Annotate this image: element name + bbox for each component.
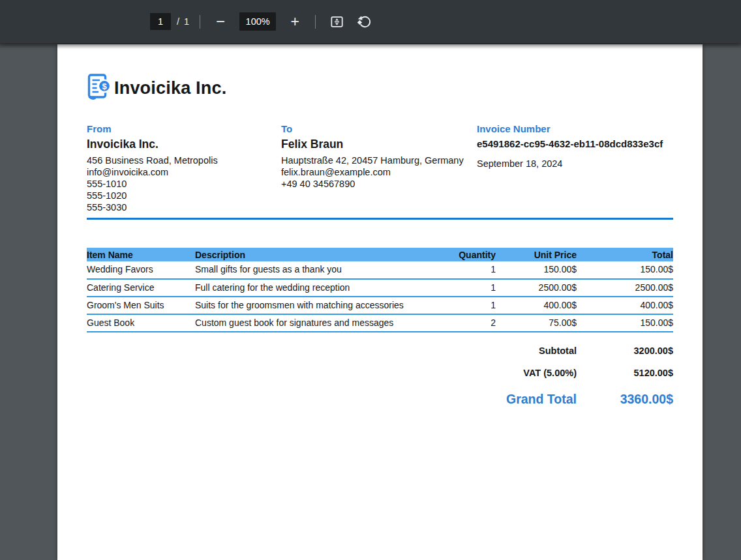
zoom-in-button[interactable]: + — [285, 13, 305, 31]
to-email: felix.braun@example.com — [281, 166, 477, 178]
cell-item-name: Guest Book — [87, 314, 195, 332]
pdf-page: $ Invoicika Inc. From Invoicika Inc. 456… — [57, 44, 703, 560]
cell-description: Full catering for the wedding reception — [195, 279, 431, 297]
table-row: Guest Book Custom guest book for signatu… — [87, 314, 673, 332]
invoice-number-label: Invoice Number — [477, 123, 673, 134]
page-total: 1 — [184, 16, 189, 27]
vat-row: VAT (5.00%) 5120.00$ — [87, 362, 673, 384]
header-unit-price: Unit Price — [496, 248, 577, 261]
section-divider-rule — [87, 218, 673, 220]
cell-unit-price: 400.00$ — [496, 297, 577, 314]
cell-quantity: 1 — [431, 261, 496, 279]
vat-value: 5120.00$ — [577, 368, 673, 378]
header-item-name: Item Name — [87, 248, 195, 261]
company-title: Invoicika Inc. — [114, 78, 226, 98]
invoice-header: $ Invoicika Inc. — [57, 44, 703, 103]
cell-item-name: Groom's Men Suits — [87, 297, 195, 314]
invoice-parties: From Invoicika Inc. 456 Business Road, M… — [57, 123, 703, 213]
from-email: info@invoicika.com — [87, 166, 281, 178]
cell-unit-price: 75.00$ — [496, 314, 577, 332]
invoice-number-value: e5491862-cc95-4632-eb11-08dcd833e3cf — [477, 138, 673, 150]
cell-total: 150.00$ — [577, 261, 673, 279]
from-phone: 555-1020 — [87, 190, 281, 201]
cell-unit-price: 150.00$ — [496, 261, 577, 279]
cell-quantity: 1 — [431, 279, 496, 297]
zoom-out-button[interactable]: − — [211, 12, 230, 31]
from-phone: 555-1010 — [87, 178, 281, 190]
pdf-toolbar: / 1 − + — [0, 0, 741, 43]
cell-item-name: Catering Service — [87, 279, 195, 297]
to-name: Felix Braun — [281, 138, 477, 151]
table-row: Catering Service Full catering for the w… — [87, 279, 673, 297]
page-separator: / — [177, 16, 179, 27]
header-quantity: Quantity — [431, 248, 496, 261]
header-description: Description — [195, 248, 431, 261]
from-phone: 555-3030 — [87, 201, 281, 213]
cell-unit-price: 2500.00$ — [496, 279, 577, 297]
toolbar-divider — [200, 15, 200, 29]
table-header-row: Item Name Description Quantity Unit Pric… — [87, 248, 673, 261]
subtotal-label: Subtotal — [87, 346, 577, 356]
to-label: To — [281, 123, 477, 134]
cell-description: Suits for the groomsmen with matching ac… — [195, 297, 431, 314]
toolbar-divider — [315, 15, 316, 29]
grand-total-row: Grand Total 3360.00$ — [87, 384, 673, 415]
invoice-date: September 18, 2024 — [477, 158, 673, 169]
cell-description: Custom guest book for signatures and mes… — [195, 314, 431, 332]
cell-total: 150.00$ — [577, 314, 673, 332]
table-row: Wedding Favors Small gifts for guests as… — [87, 261, 673, 279]
fit-to-page-icon — [330, 15, 344, 29]
invoice-number-block: Invoice Number e5491862-cc95-4632-eb11-0… — [477, 123, 673, 213]
from-block: From Invoicika Inc. 456 Business Road, M… — [87, 123, 281, 213]
subtotal-value: 3200.00$ — [577, 346, 673, 356]
from-address: 456 Business Road, Metropolis — [87, 155, 281, 166]
svg-text:$: $ — [102, 81, 107, 91]
grand-total-value: 3360.00$ — [577, 392, 673, 407]
line-items-table: Item Name Description Quantity Unit Pric… — [87, 248, 673, 332]
cell-quantity: 1 — [431, 297, 496, 314]
to-block: To Felix Braun Hauptstraße 42, 20457 Ham… — [281, 123, 477, 213]
to-address: Hauptstraße 42, 20457 Hamburg, Germany — [281, 155, 477, 166]
subtotal-row: Subtotal 3200.00$ — [87, 340, 673, 362]
totals-section: Subtotal 3200.00$ VAT (5.00%) 5120.00$ G… — [87, 340, 673, 415]
grand-total-label: Grand Total — [87, 392, 577, 407]
cell-item-name: Wedding Favors — [87, 261, 195, 279]
from-name: Invoicika Inc. — [87, 138, 281, 151]
cell-description: Small gifts for guests as a thank you — [195, 261, 431, 279]
rotate-counterclockwise-icon — [357, 14, 372, 29]
table-row: Groom's Men Suits Suits for the groomsme… — [87, 297, 673, 314]
from-label: From — [87, 123, 281, 134]
cell-total: 2500.00$ — [577, 279, 673, 297]
vat-label: VAT (5.00%) — [87, 368, 577, 378]
zoom-level-input[interactable] — [239, 12, 276, 31]
page-number-input[interactable] — [150, 13, 171, 30]
rotate-counterclockwise-button[interactable] — [354, 11, 374, 32]
to-phone: +49 40 34567890 — [281, 178, 477, 190]
cell-total: 400.00$ — [577, 297, 673, 314]
toolbar-controls: / 1 − + — [150, 0, 381, 43]
header-total: Total — [577, 248, 673, 261]
invoice-dollar-logo-icon: $ — [87, 73, 112, 103]
pdf-viewer-canvas: $ Invoicika Inc. From Invoicika Inc. 456… — [0, 43, 741, 560]
cell-quantity: 2 — [431, 314, 496, 332]
fit-to-page-button[interactable] — [326, 11, 347, 32]
